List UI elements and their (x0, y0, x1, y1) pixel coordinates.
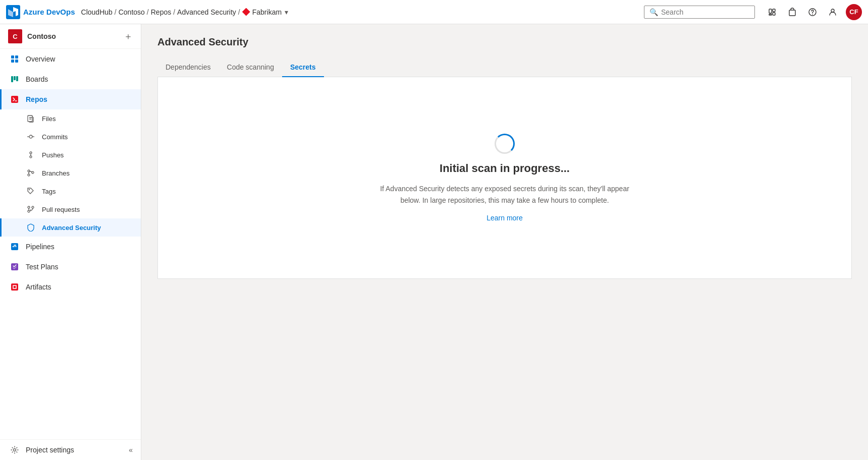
breadcrumb-contoso[interactable]: Contoso (119, 8, 145, 16)
advanced-security-label: Advanced Security (42, 224, 101, 232)
help-icon[interactable] (803, 3, 822, 21)
search-box[interactable]: 🔍 (644, 6, 755, 19)
svg-rect-19 (28, 116, 32, 122)
shopping-bag-icon[interactable] (783, 3, 801, 21)
branches-icon (26, 168, 36, 178)
content-card: Initial scan in progress... If Advanced … (157, 77, 852, 279)
pipelines-label: Pipelines (26, 243, 55, 251)
boards-label: Boards (26, 75, 48, 83)
svg-rect-4 (773, 9, 775, 12)
overview-icon (10, 54, 20, 64)
breadcrumb-fabrikam[interactable]: Fabrikam ▾ (242, 8, 288, 16)
user-settings-icon[interactable] (824, 3, 842, 21)
svg-rect-37 (14, 286, 16, 288)
learn-more-link[interactable]: Learn more (486, 214, 523, 222)
sidebar-item-overview[interactable]: Overview (0, 49, 141, 69)
breadcrumb-advanced-security[interactable]: Advanced Security (177, 8, 236, 16)
azure-devops-logo-icon (6, 5, 20, 19)
tab-dependencies[interactable]: Dependencies (157, 58, 219, 77)
repos-icon (10, 94, 20, 104)
org-header[interactable]: C Contoso ＋ (0, 24, 141, 49)
artifacts-label: Artifacts (26, 283, 51, 291)
svg-point-23 (30, 152, 32, 154)
topnav: Azure DevOps CloudHub / Contoso / Repos … (0, 0, 868, 24)
repo-icon (242, 8, 250, 16)
sidebar-item-advanced-security[interactable]: Advanced Security (0, 218, 141, 237)
sidebar-item-commits[interactable]: Commits (0, 128, 141, 146)
sidebar-item-pipelines[interactable]: Pipelines (0, 237, 141, 257)
svg-rect-33 (11, 243, 18, 250)
svg-point-38 (14, 449, 16, 451)
tags-label: Tags (42, 188, 56, 195)
main-content: Advanced Security Dependencies Code scan… (141, 24, 868, 460)
sidebar-item-branches[interactable]: Branches (0, 164, 141, 182)
add-project-icon[interactable]: ＋ (124, 30, 133, 42)
breadcrumb: CloudHub / Contoso / Repos / Advanced Se… (81, 8, 289, 16)
files-icon (26, 113, 36, 124)
logo-area[interactable]: Azure DevOps (6, 5, 75, 19)
notifications-icon[interactable] (763, 3, 781, 21)
tab-secrets[interactable]: Secrets (282, 58, 324, 77)
svg-rect-13 (11, 60, 14, 63)
svg-point-10 (831, 9, 834, 12)
svg-rect-11 (11, 55, 14, 59)
loading-spinner (495, 134, 515, 154)
svg-rect-12 (15, 55, 18, 59)
tabs: Dependencies Code scanning Secrets (157, 58, 852, 77)
svg-point-27 (28, 174, 30, 176)
overview-label: Overview (26, 55, 55, 63)
artifacts-icon (10, 282, 20, 292)
scan-progress-area: Initial scan in progress... If Advanced … (353, 103, 656, 252)
pushes-icon (26, 150, 36, 160)
sidebar-item-files[interactable]: Files (0, 109, 141, 128)
svg-rect-5 (773, 13, 775, 15)
org-avatar: C (8, 29, 22, 43)
scan-description: If Advanced Security detects any exposed… (373, 183, 636, 206)
test-plans-label: Test Plans (26, 263, 59, 271)
sidebar-item-repos[interactable]: Repos (0, 89, 141, 109)
brand-name: Azure DevOps (23, 8, 75, 16)
sidebar-item-pull-requests[interactable]: Pull requests (0, 200, 141, 218)
svg-point-32 (32, 206, 34, 208)
breadcrumb-cloudhub[interactable]: CloudHub (81, 8, 113, 16)
sidebar-item-pushes[interactable]: Pushes (0, 146, 141, 164)
files-label: Files (42, 115, 56, 123)
search-icon: 🔍 (649, 8, 658, 16)
user-avatar[interactable]: CF (846, 4, 862, 20)
sidebar-item-artifacts[interactable]: Artifacts (0, 277, 141, 297)
collapse-icon[interactable]: « (129, 446, 133, 454)
search-input[interactable] (661, 8, 749, 16)
settings-icon (10, 445, 20, 455)
sidebar: C Contoso ＋ Overview Boards Repos (0, 24, 141, 460)
sidebar-bottom: Project settings « (0, 439, 141, 460)
commits-label: Commits (42, 133, 68, 141)
sidebar-item-boards[interactable]: Boards (0, 69, 141, 89)
svg-rect-3 (769, 9, 772, 13)
advanced-security-icon (26, 222, 36, 233)
svg-rect-7 (789, 10, 795, 16)
boards-icon (10, 74, 20, 84)
repos-label: Repos (26, 95, 47, 103)
svg-rect-16 (14, 76, 16, 80)
tab-code-scanning[interactable]: Code scanning (219, 58, 282, 77)
project-settings-label: Project settings (26, 446, 74, 454)
layout: C Contoso ＋ Overview Boards Repos (0, 24, 868, 460)
pipelines-icon (10, 242, 20, 252)
tags-icon (26, 186, 36, 196)
branches-label: Branches (42, 169, 70, 177)
pull-requests-label: Pull requests (42, 206, 80, 213)
svg-point-24 (30, 156, 32, 158)
commits-icon (26, 132, 36, 142)
breadcrumb-repos[interactable]: Repos (151, 8, 171, 16)
svg-rect-34 (11, 263, 18, 270)
svg-point-29 (29, 189, 30, 190)
breadcrumb-dropdown-icon[interactable]: ▾ (285, 8, 288, 16)
sidebar-item-tags[interactable]: Tags (0, 182, 141, 200)
svg-point-31 (28, 210, 30, 212)
org-name: Contoso (27, 32, 119, 40)
sidebar-item-project-settings[interactable]: Project settings « (0, 440, 141, 460)
svg-point-20 (29, 135, 32, 138)
sidebar-item-test-plans[interactable]: Test Plans (0, 257, 141, 277)
scan-title: Initial scan in progress... (440, 162, 570, 175)
svg-rect-6 (769, 14, 772, 15)
